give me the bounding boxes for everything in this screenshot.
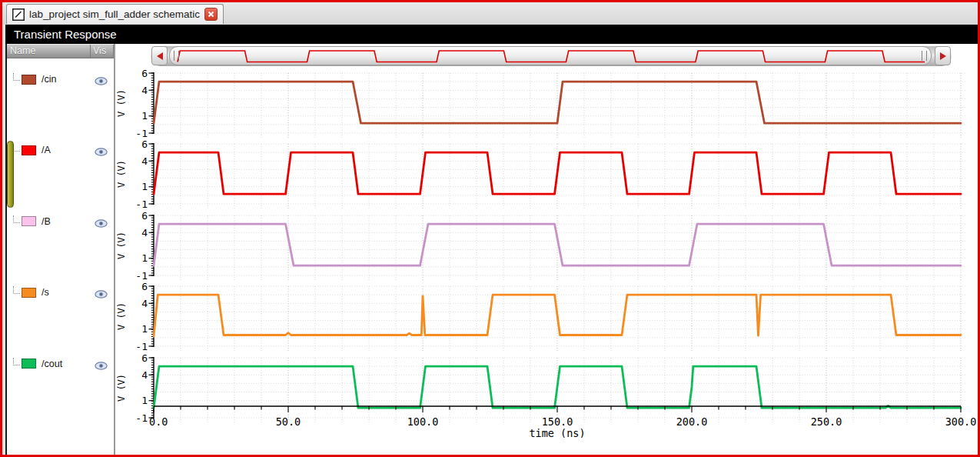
signal-row[interactable]: /cin bbox=[13, 72, 56, 87]
right-arrow-icon bbox=[940, 52, 946, 60]
svg-text:-1: -1 bbox=[135, 341, 148, 352]
waveform-strip: V (V)641-1 bbox=[117, 140, 979, 214]
waveform-plot[interactable]: V (V)641-1 bbox=[117, 282, 979, 353]
signal-list-header: Name Vis bbox=[7, 44, 114, 58]
thumb-grip-right[interactable] bbox=[922, 51, 927, 61]
svg-text:1: 1 bbox=[141, 323, 148, 335]
tab-close-button[interactable] bbox=[204, 8, 218, 21]
signal-row[interactable]: /s bbox=[13, 285, 49, 300]
left-arrow-icon bbox=[157, 52, 163, 60]
signal-color-swatch bbox=[22, 359, 36, 369]
svg-text:1: 1 bbox=[141, 252, 148, 264]
signal-color-swatch bbox=[22, 145, 36, 155]
signal-row[interactable]: /B bbox=[13, 214, 51, 229]
visibility-eye-icon[interactable] bbox=[95, 75, 108, 88]
svg-text:4: 4 bbox=[141, 155, 148, 167]
overview-scrollbar bbox=[151, 45, 952, 66]
time-axis: 0.050.0100.0150.0200.0250.0300.0time (ns… bbox=[117, 399, 979, 441]
waveform-strip: V (V)641-1 bbox=[117, 282, 979, 356]
svg-text:4: 4 bbox=[141, 85, 148, 96]
svg-text:200.0: 200.0 bbox=[676, 415, 708, 428]
plot-title-bar: Transient Response bbox=[5, 25, 978, 44]
column-header-name[interactable]: Name bbox=[7, 45, 91, 58]
visibility-eye-icon[interactable] bbox=[95, 359, 108, 373]
tree-branch-icon bbox=[13, 73, 20, 81]
svg-text:V (V): V (V) bbox=[117, 374, 127, 402]
waveform-window-icon bbox=[12, 8, 25, 21]
svg-text:250.0: 250.0 bbox=[811, 415, 842, 428]
waveform-strip: V (V)641-1 bbox=[117, 69, 979, 143]
svg-text:6: 6 bbox=[141, 282, 148, 292]
signal-name-label[interactable]: /cout bbox=[42, 359, 62, 369]
svg-text:6: 6 bbox=[141, 354, 148, 364]
svg-text:time (ns): time (ns) bbox=[529, 427, 585, 438]
svg-text:V (V): V (V) bbox=[117, 160, 127, 188]
svg-text:4: 4 bbox=[141, 227, 148, 239]
visibility-eye-icon[interactable] bbox=[95, 217, 108, 231]
svg-text:V (V): V (V) bbox=[117, 232, 127, 259]
visibility-eye-icon[interactable] bbox=[95, 145, 108, 159]
svg-text:6: 6 bbox=[141, 140, 148, 150]
svg-text:4: 4 bbox=[141, 369, 148, 380]
application-window: lab_project sim_full_adder schematic Tra… bbox=[0, 0, 980, 457]
overview-scroll-left-button[interactable] bbox=[151, 46, 168, 65]
svg-text:6: 6 bbox=[141, 212, 148, 222]
time-axis-svg: 0.050.0100.0150.0200.0250.0300.0time (ns… bbox=[117, 399, 979, 438]
svg-text:V (V): V (V) bbox=[117, 302, 127, 330]
svg-text:-1: -1 bbox=[135, 269, 148, 281]
plot-title: Transient Response bbox=[14, 28, 117, 41]
signal-color-swatch bbox=[22, 216, 36, 226]
svg-text:V (V): V (V) bbox=[117, 89, 127, 117]
signal-name-label[interactable]: /B bbox=[42, 216, 51, 227]
visibility-eye-icon[interactable] bbox=[95, 288, 108, 302]
waveform-plot[interactable]: V (V)641-1 bbox=[117, 69, 979, 140]
thumb-grip-left[interactable] bbox=[174, 51, 179, 61]
waveform-plot[interactable]: V (V)641-1 bbox=[117, 212, 979, 282]
tab-sim-full-adder[interactable]: lab_project sim_full_adder schematic bbox=[6, 4, 224, 24]
tab-bar: lab_project sim_full_adder schematic bbox=[2, 2, 978, 25]
tree-branch-icon bbox=[13, 358, 20, 365]
waveform-plot[interactable]: V (V)641-1 bbox=[117, 140, 979, 211]
tab-title: lab_project sim_full_adder schematic bbox=[29, 8, 200, 20]
signal-color-swatch bbox=[22, 288, 36, 298]
plot-region: V (V)641-1V (V)641-1V (V)641-1V (V)641-1… bbox=[114, 44, 978, 455]
svg-text:150.0: 150.0 bbox=[542, 415, 573, 428]
svg-text:4: 4 bbox=[141, 298, 148, 309]
overview-waveform-preview bbox=[170, 47, 932, 66]
signal-name-label[interactable]: /cin bbox=[42, 74, 56, 85]
signal-name-label[interactable]: /A bbox=[42, 145, 51, 155]
svg-text:-1: -1 bbox=[135, 128, 148, 139]
svg-text:6: 6 bbox=[141, 69, 148, 79]
tree-branch-icon bbox=[13, 286, 20, 294]
signal-list-scrollbar-thumb[interactable] bbox=[7, 141, 14, 208]
svg-text:-1: -1 bbox=[135, 198, 148, 210]
svg-text:300.0: 300.0 bbox=[945, 415, 977, 428]
svg-text:0.0: 0.0 bbox=[149, 415, 168, 428]
overview-scrollbar-thumb[interactable] bbox=[169, 46, 932, 65]
tree-branch-icon bbox=[13, 144, 20, 152]
waveform-strip: V (V)641-1 bbox=[117, 212, 979, 285]
svg-text:1: 1 bbox=[141, 182, 148, 193]
signal-list-panel: Name Vis /cin/A/B/s/cout bbox=[5, 44, 114, 455]
overview-scroll-right-button[interactable] bbox=[935, 46, 951, 65]
svg-text:1: 1 bbox=[141, 110, 148, 122]
signal-name-label[interactable]: /s bbox=[42, 287, 49, 298]
column-header-vis[interactable]: Vis bbox=[91, 45, 114, 58]
svg-text:50.0: 50.0 bbox=[276, 415, 301, 428]
svg-text:100.0: 100.0 bbox=[407, 415, 439, 428]
signal-row[interactable]: /cout bbox=[13, 356, 62, 372]
signal-color-swatch bbox=[22, 75, 36, 85]
signal-row[interactable]: /A bbox=[13, 142, 51, 158]
tree-branch-icon bbox=[13, 215, 20, 223]
